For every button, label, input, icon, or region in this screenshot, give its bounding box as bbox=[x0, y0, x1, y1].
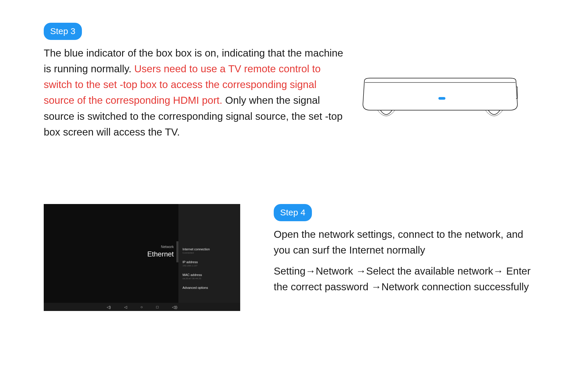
step4-para2: Setting→Network →Select the available ne… bbox=[274, 263, 539, 295]
svg-rect-0 bbox=[438, 97, 445, 100]
internet-connection-value: Connected bbox=[178, 252, 240, 259]
mac-address-label: MAC address bbox=[178, 272, 240, 277]
step4-para1: Open the network settings, connect to th… bbox=[274, 226, 539, 258]
internet-connection-label: Internet connection bbox=[178, 247, 240, 252]
mac-address-value: ca:20:a7:36:44:23 bbox=[178, 277, 240, 285]
network-settings-screenshot: Network Ethernet Internet connection Con… bbox=[44, 204, 240, 311]
step3-text-block: Step 3 The blue indicator of the box box… bbox=[44, 23, 344, 140]
step4-text-block: Step 4 Open the network settings, connec… bbox=[274, 204, 539, 295]
volume-up-icon: ◁)) bbox=[172, 305, 178, 309]
advanced-options-label: Advanced options bbox=[178, 285, 240, 290]
step3-paragraph: The blue indicator of the box box is on,… bbox=[44, 45, 344, 140]
recent-icon: □ bbox=[156, 305, 159, 309]
ip-address-label: IP address bbox=[178, 259, 240, 264]
volume-down-icon: ◁) bbox=[107, 305, 111, 309]
network-details-panel: Internet connection Connected IP address… bbox=[178, 204, 240, 303]
back-icon: ◁ bbox=[124, 305, 127, 309]
step3-badge: Step 3 bbox=[44, 23, 82, 40]
android-nav-bar: ◁) ◁ ○ □ ◁)) bbox=[44, 303, 240, 311]
step4-badge: Step 4 bbox=[274, 204, 312, 221]
step4-section: Network Ethernet Internet connection Con… bbox=[44, 204, 539, 311]
home-icon: ○ bbox=[141, 305, 143, 309]
set-top-box-icon bbox=[359, 75, 522, 125]
ip-address-value: 192.168.1.137 bbox=[178, 264, 240, 272]
ethernet-label: Ethernet bbox=[134, 250, 174, 258]
network-label: Network bbox=[134, 245, 174, 249]
device-illustration bbox=[359, 75, 522, 126]
